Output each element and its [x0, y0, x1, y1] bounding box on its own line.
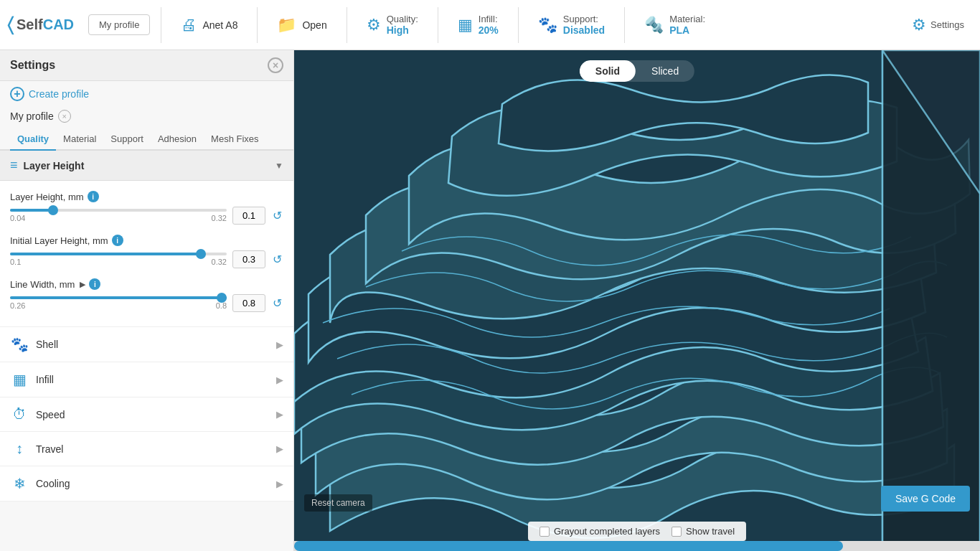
infill-value: 20%: [479, 24, 499, 36]
logo-bracket: 〈: [7, 14, 14, 36]
line-width-thumb[interactable]: [217, 293, 227, 303]
section-collapse-arrow: ▼: [275, 161, 283, 171]
sidebar-item-cooling[interactable]: ❄ Cooling ▶: [0, 466, 293, 501]
infill-label: Infill:: [479, 14, 499, 24]
layer-height-input[interactable]: [232, 207, 265, 225]
support-label: Support:: [563, 14, 605, 24]
header-separator-3: [347, 7, 347, 43]
logo: 〈 SelfCAD: [7, 14, 74, 36]
infill-sidebar-icon: ▦: [10, 371, 29, 388]
plus-circle-icon: +: [10, 87, 24, 101]
quality-selector[interactable]: ⚙ Quality: High: [358, 11, 427, 39]
tab-quality[interactable]: Quality: [10, 128, 56, 151]
view-tabs: Solid Sliced: [580, 60, 694, 82]
header-separator-1: [161, 7, 161, 43]
line-width-min: 0.26: [10, 301, 25, 310]
infill-label: Infill: [36, 374, 269, 385]
layer-height-control: Layer Height, mm i 0.04 0.32: [10, 191, 283, 225]
sidebar-item-shell[interactable]: 🐾 Shell ▶: [0, 327, 293, 362]
material-label: Material:: [669, 14, 705, 24]
folder-icon: 📁: [277, 16, 296, 34]
initial-layer-info-icon[interactable]: i: [112, 235, 123, 246]
initial-layer-thumb[interactable]: [196, 249, 206, 259]
speed-arrow-icon: ▶: [276, 409, 283, 420]
line-width-field-label: Line Width, mm: [10, 279, 75, 290]
travel-arrow-icon: ▶: [276, 443, 283, 454]
show-travel-checkbox[interactable]: [672, 527, 682, 537]
tab-material[interactable]: Material: [56, 128, 103, 151]
layer-height-field-label: Layer Height, mm: [10, 192, 84, 202]
line-width-fill: [10, 296, 227, 299]
line-width-input[interactable]: [232, 294, 265, 312]
travel-label: Travel: [36, 443, 269, 455]
view-tab-solid[interactable]: Solid: [580, 60, 636, 82]
grayout-label: Grayout completed layers: [554, 526, 660, 537]
settings-button[interactable]: ⚙ Settings: [903, 13, 973, 37]
material-value: PLA: [669, 24, 705, 36]
view-area: Solid Sliced Reset camera Save G Code Gr…: [294, 50, 980, 551]
header-separator-4: [438, 7, 438, 43]
header-separator-2: [257, 7, 258, 43]
infill-selector[interactable]: ▦ Infill: 20%: [449, 11, 507, 39]
layer-height-max: 0.32: [212, 214, 227, 222]
profile-button[interactable]: My profile: [88, 14, 150, 35]
travel-icon: ↕: [10, 441, 29, 457]
tab-support[interactable]: Support: [103, 128, 151, 151]
open-label: Open: [302, 19, 326, 31]
layer-height-reset-button[interactable]: ↺: [271, 209, 283, 222]
sidebar-item-travel[interactable]: ↕ Travel ▶: [0, 432, 293, 466]
layer-height-min: 0.04: [10, 214, 25, 222]
tab-mesh-fixes[interactable]: Mesh Fixes: [204, 128, 265, 151]
main-layout: Settings × + Create profile My profile ×…: [0, 50, 980, 551]
scrollbar-thumb[interactable]: [294, 541, 843, 551]
mesh-visualization: [294, 50, 980, 551]
settings-label: Settings: [930, 19, 964, 30]
save-gcode-button[interactable]: Save G Code: [881, 486, 970, 512]
line-width-expand-icon[interactable]: ▶: [80, 280, 85, 289]
printer-selector[interactable]: 🖨 Anet A8: [172, 13, 246, 37]
sidebar-close-button[interactable]: ×: [268, 57, 283, 73]
shell-arrow-icon: ▶: [276, 339, 283, 350]
infill-icon: ▦: [458, 16, 473, 34]
layer-height-thumb[interactable]: [48, 205, 58, 215]
view-scrollbar[interactable]: [294, 541, 980, 551]
support-icon: 🐾: [538, 16, 557, 34]
line-width-slider[interactable]: 0.26 0.8: [10, 296, 227, 310]
initial-layer-slider[interactable]: 0.1 0.32: [10, 253, 227, 266]
bottom-bar: Grayout completed layers Show travel: [528, 522, 746, 541]
controls-area: Layer Height, mm i 0.04 0.32: [0, 181, 293, 327]
initial-layer-reset-button[interactable]: ↺: [271, 253, 283, 266]
tab-adhesion[interactable]: Adhesion: [151, 128, 204, 151]
open-button[interactable]: 📁 Open: [268, 13, 335, 37]
layer-height-icon: ≡: [10, 158, 18, 173]
material-icon: 🔩: [644, 16, 664, 34]
material-selector[interactable]: 🔩 Material: PLA: [636, 11, 714, 39]
support-selector[interactable]: 🐾 Support: Disabled: [529, 11, 613, 39]
profile-tag: My profile ×: [0, 107, 293, 128]
sidebar-item-infill[interactable]: ▦ Infill ▶: [0, 362, 293, 397]
shell-icon: 🐾: [10, 336, 29, 353]
grayout-checkbox[interactable]: [540, 527, 550, 537]
layer-height-label: Layer Height: [24, 160, 270, 171]
shell-label: Shell: [36, 339, 269, 350]
reset-camera-button[interactable]: Reset camera: [304, 494, 372, 512]
sidebar-item-speed[interactable]: ⏱ Speed ▶: [0, 397, 293, 432]
line-width-control: Line Width, mm ▶ i 0.26 0.8: [10, 278, 283, 312]
line-width-reset-button[interactable]: ↺: [271, 296, 283, 310]
printer-icon: 🖨: [181, 16, 197, 34]
layer-height-slider[interactable]: 0.04 0.32: [10, 209, 227, 222]
grayout-checkbox-label[interactable]: Grayout completed layers: [540, 526, 660, 537]
profile-tag-close[interactable]: ×: [58, 110, 71, 123]
line-width-info-icon[interactable]: i: [89, 278, 100, 290]
layer-height-info-icon[interactable]: i: [88, 191, 99, 202]
sidebar-title: Settings: [10, 59, 55, 72]
layer-height-section-header[interactable]: ≡ Layer Height ▼: [0, 151, 293, 181]
create-profile-button[interactable]: + Create profile: [0, 81, 293, 107]
initial-layer-input[interactable]: [232, 250, 265, 268]
printer-name: Anet A8: [202, 19, 237, 31]
sub-tabs: Quality Material Support Adhesion Mesh F…: [0, 128, 293, 151]
profile-tag-name: My profile: [10, 110, 54, 122]
view-tab-sliced[interactable]: Sliced: [636, 60, 694, 82]
show-travel-checkbox-label[interactable]: Show travel: [672, 526, 735, 537]
initial-layer-field-label: Initial Layer Height, mm: [10, 235, 108, 246]
